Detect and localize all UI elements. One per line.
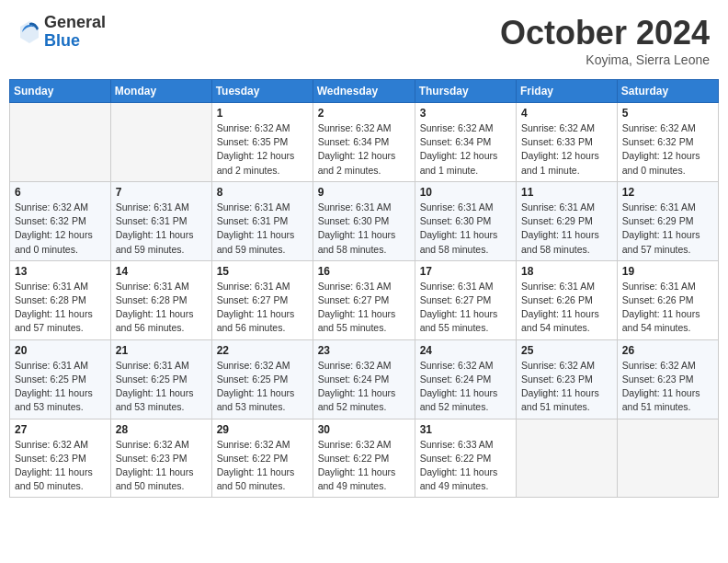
logo-general-text: General — [44, 14, 106, 32]
day-number: 30 — [318, 423, 410, 436]
week-row-5: 27Sunrise: 6:32 AMSunset: 6:23 PMDayligh… — [10, 419, 719, 498]
calendar-cell: 11Sunrise: 6:31 AMSunset: 6:29 PMDayligh… — [517, 181, 618, 260]
day-number: 18 — [521, 265, 612, 278]
logo-icon — [18, 19, 40, 45]
day-detail: Sunrise: 6:32 AMSunset: 6:22 PMDaylight:… — [217, 438, 308, 494]
day-number: 20 — [15, 344, 106, 357]
calendar-cell: 4Sunrise: 6:32 AMSunset: 6:33 PMDaylight… — [517, 103, 618, 182]
week-row-4: 20Sunrise: 6:31 AMSunset: 6:25 PMDayligh… — [10, 339, 719, 419]
header-friday: Friday — [517, 80, 618, 103]
calendar-cell: 9Sunrise: 6:31 AMSunset: 6:30 PMDaylight… — [313, 181, 415, 260]
calendar-cell: 3Sunrise: 6:32 AMSunset: 6:34 PMDaylight… — [415, 103, 516, 182]
calendar-cell: 24Sunrise: 6:32 AMSunset: 6:24 PMDayligh… — [415, 339, 516, 419]
day-detail: Sunrise: 6:31 AMSunset: 6:25 PMDaylight:… — [116, 359, 207, 415]
week-row-1: 1Sunrise: 6:32 AMSunset: 6:35 PMDaylight… — [10, 103, 719, 182]
day-detail: Sunrise: 6:31 AMSunset: 6:27 PMDaylight:… — [217, 280, 308, 336]
day-detail: Sunrise: 6:31 AMSunset: 6:29 PMDaylight:… — [521, 201, 612, 257]
day-number: 8 — [217, 186, 308, 199]
day-number: 5 — [622, 107, 713, 120]
day-detail: Sunrise: 6:31 AMSunset: 6:27 PMDaylight:… — [420, 280, 511, 336]
title-block: October 2024 Koyima, Sierra Leone — [500, 14, 710, 67]
header-tuesday: Tuesday — [211, 80, 313, 103]
day-detail: Sunrise: 6:32 AMSunset: 6:23 PMDaylight:… — [622, 359, 713, 415]
header-saturday: Saturday — [617, 80, 718, 103]
calendar-cell: 12Sunrise: 6:31 AMSunset: 6:29 PMDayligh… — [617, 181, 718, 260]
logo: General Blue — [18, 14, 106, 51]
header-thursday: Thursday — [415, 80, 516, 103]
calendar-cell: 20Sunrise: 6:31 AMSunset: 6:25 PMDayligh… — [10, 339, 111, 419]
day-detail: Sunrise: 6:32 AMSunset: 6:23 PMDaylight:… — [116, 438, 207, 494]
day-detail: Sunrise: 6:32 AMSunset: 6:35 PMDaylight:… — [217, 121, 308, 178]
calendar-cell — [110, 103, 211, 182]
header-monday: Monday — [110, 80, 211, 103]
day-number: 23 — [318, 344, 410, 357]
calendar-cell: 2Sunrise: 6:32 AMSunset: 6:34 PMDaylight… — [313, 103, 415, 182]
calendar-cell: 7Sunrise: 6:31 AMSunset: 6:31 PMDaylight… — [110, 181, 211, 260]
header-wednesday: Wednesday — [313, 80, 415, 103]
logo-text: General Blue — [44, 14, 106, 51]
day-detail: Sunrise: 6:31 AMSunset: 6:30 PMDaylight:… — [420, 201, 511, 257]
calendar-table: SundayMondayTuesdayWednesdayThursdayFrid… — [9, 79, 719, 498]
header-row: SundayMondayTuesdayWednesdayThursdayFrid… — [10, 80, 719, 103]
day-number: 4 — [521, 107, 612, 120]
day-detail: Sunrise: 6:32 AMSunset: 6:32 PMDaylight:… — [622, 121, 713, 178]
day-detail: Sunrise: 6:31 AMSunset: 6:26 PMDaylight:… — [521, 280, 612, 336]
day-number: 29 — [217, 423, 308, 436]
calendar-cell: 28Sunrise: 6:32 AMSunset: 6:23 PMDayligh… — [110, 419, 211, 498]
calendar-cell: 15Sunrise: 6:31 AMSunset: 6:27 PMDayligh… — [211, 260, 313, 339]
calendar-cell: 23Sunrise: 6:32 AMSunset: 6:24 PMDayligh… — [313, 339, 415, 419]
day-number: 15 — [217, 265, 308, 278]
calendar-cell — [617, 419, 718, 498]
week-row-2: 6Sunrise: 6:32 AMSunset: 6:32 PMDaylight… — [10, 181, 719, 260]
day-detail: Sunrise: 6:32 AMSunset: 6:32 PMDaylight:… — [15, 201, 106, 257]
day-number: 31 — [420, 423, 511, 436]
calendar-cell: 10Sunrise: 6:31 AMSunset: 6:30 PMDayligh… — [415, 181, 516, 260]
day-number: 28 — [116, 423, 207, 436]
day-detail: Sunrise: 6:31 AMSunset: 6:26 PMDaylight:… — [622, 280, 713, 336]
calendar-cell — [517, 419, 618, 498]
day-number: 2 — [318, 107, 410, 120]
day-detail: Sunrise: 6:31 AMSunset: 6:29 PMDaylight:… — [622, 201, 713, 257]
day-detail: Sunrise: 6:32 AMSunset: 6:24 PMDaylight:… — [318, 359, 410, 415]
week-row-3: 13Sunrise: 6:31 AMSunset: 6:28 PMDayligh… — [10, 260, 719, 339]
calendar-body: 1Sunrise: 6:32 AMSunset: 6:35 PMDaylight… — [10, 103, 719, 498]
day-detail: Sunrise: 6:32 AMSunset: 6:23 PMDaylight:… — [521, 359, 612, 415]
day-detail: Sunrise: 6:32 AMSunset: 6:25 PMDaylight:… — [217, 359, 308, 415]
day-number: 7 — [116, 186, 207, 199]
day-detail: Sunrise: 6:32 AMSunset: 6:22 PMDaylight:… — [318, 438, 410, 494]
calendar-header: SundayMondayTuesdayWednesdayThursdayFrid… — [10, 80, 719, 103]
calendar-cell: 22Sunrise: 6:32 AMSunset: 6:25 PMDayligh… — [211, 339, 313, 419]
day-number: 3 — [420, 107, 511, 120]
day-number: 9 — [318, 186, 410, 199]
calendar-cell: 19Sunrise: 6:31 AMSunset: 6:26 PMDayligh… — [617, 260, 718, 339]
day-detail: Sunrise: 6:32 AMSunset: 6:33 PMDaylight:… — [521, 121, 612, 178]
day-number: 25 — [521, 344, 612, 357]
day-number: 24 — [420, 344, 511, 357]
day-number: 6 — [15, 186, 106, 199]
day-detail: Sunrise: 6:32 AMSunset: 6:34 PMDaylight:… — [420, 121, 511, 178]
location-text: Koyima, Sierra Leone — [500, 52, 710, 67]
calendar-cell: 29Sunrise: 6:32 AMSunset: 6:22 PMDayligh… — [211, 419, 313, 498]
day-number: 27 — [15, 423, 106, 436]
day-detail: Sunrise: 6:31 AMSunset: 6:28 PMDaylight:… — [15, 280, 106, 336]
calendar-cell: 14Sunrise: 6:31 AMSunset: 6:28 PMDayligh… — [110, 260, 211, 339]
calendar-cell: 18Sunrise: 6:31 AMSunset: 6:26 PMDayligh… — [517, 260, 618, 339]
day-number: 11 — [521, 186, 612, 199]
calendar-cell: 17Sunrise: 6:31 AMSunset: 6:27 PMDayligh… — [415, 260, 516, 339]
header-sunday: Sunday — [10, 80, 111, 103]
calendar-cell: 16Sunrise: 6:31 AMSunset: 6:27 PMDayligh… — [313, 260, 415, 339]
day-number: 14 — [116, 265, 207, 278]
page-header: General Blue October 2024 Koyima, Sierra… — [9, 9, 719, 72]
day-detail: Sunrise: 6:31 AMSunset: 6:27 PMDaylight:… — [318, 280, 410, 336]
logo-blue-text: Blue — [44, 32, 106, 51]
day-detail: Sunrise: 6:31 AMSunset: 6:31 PMDaylight:… — [217, 201, 308, 257]
day-detail: Sunrise: 6:33 AMSunset: 6:22 PMDaylight:… — [420, 438, 511, 494]
day-number: 26 — [622, 344, 713, 357]
day-number: 16 — [318, 265, 410, 278]
calendar-cell: 25Sunrise: 6:32 AMSunset: 6:23 PMDayligh… — [517, 339, 618, 419]
day-number: 13 — [15, 265, 106, 278]
calendar-cell: 21Sunrise: 6:31 AMSunset: 6:25 PMDayligh… — [110, 339, 211, 419]
day-detail: Sunrise: 6:32 AMSunset: 6:34 PMDaylight:… — [318, 121, 410, 178]
calendar-cell: 8Sunrise: 6:31 AMSunset: 6:31 PMDaylight… — [211, 181, 313, 260]
day-number: 19 — [622, 265, 713, 278]
